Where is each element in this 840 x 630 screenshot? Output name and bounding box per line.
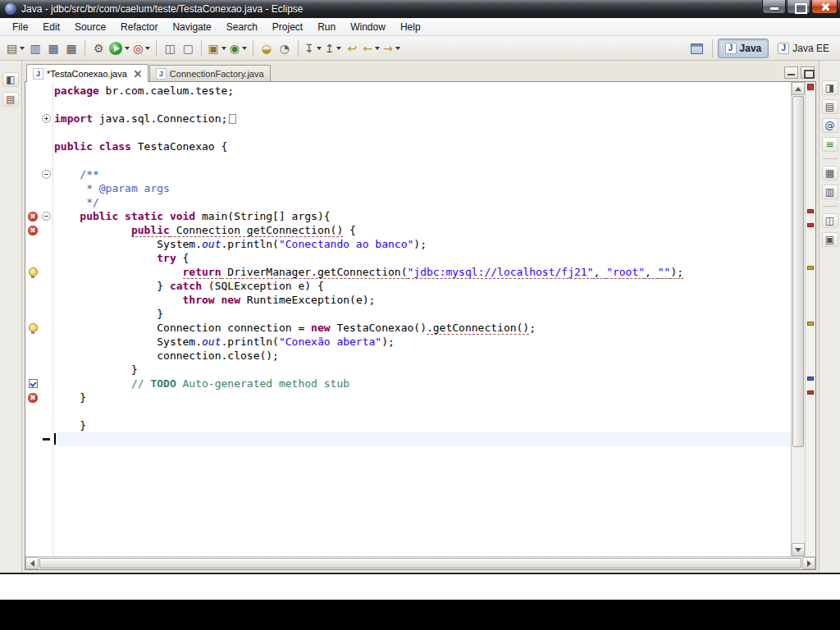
toolbar-save-all-button[interactable]: ▩ xyxy=(44,39,62,58)
toolbar-new-wizard-button[interactable]: ▤ xyxy=(5,39,26,58)
code-text[interactable]: public static void main(String[] args){ xyxy=(52,209,331,223)
toolbar-external-tools-button[interactable]: ⚙ xyxy=(89,39,107,58)
toolbar-prev-annotation-button[interactable]: ↥ xyxy=(323,39,344,58)
menu-item-edit[interactable]: Edit xyxy=(35,19,67,35)
code-text[interactable]: public class TestaConexao { xyxy=(52,139,227,153)
call-hierarchy-view-icon[interactable]: ▣ xyxy=(822,232,838,247)
code-line-1[interactable]: package br.com.caelum.teste; xyxy=(25,84,791,98)
code-line-21[interactable]: } xyxy=(25,363,791,377)
code-text[interactable]: import java.sql.Connection; xyxy=(52,112,236,126)
code-text[interactable]: package br.com.caelum.teste; xyxy=(52,84,234,98)
toolbar-save-button[interactable]: ▥ xyxy=(26,39,44,58)
type-hierarchy-view-icon[interactable]: ◫ xyxy=(822,213,838,228)
minimize-window-button[interactable] xyxy=(762,0,786,14)
javadoc-view-icon[interactable]: @ xyxy=(822,118,838,133)
toolbar-run-button[interactable] xyxy=(107,39,131,58)
menu-item-refactor[interactable]: Refactor xyxy=(113,19,165,35)
vertical-scroll-thumb[interactable] xyxy=(792,96,804,447)
code-text[interactable]: /** xyxy=(52,167,99,181)
dropdown-arrow-icon[interactable] xyxy=(20,47,25,50)
code-line-18[interactable]: Connection connection = new TestaConexao… xyxy=(25,321,791,335)
code-text[interactable] xyxy=(52,432,791,446)
code-text[interactable]: System.out.println("Conectando ao banco"… xyxy=(52,237,427,251)
code-text[interactable]: connection.close(); xyxy=(52,349,279,363)
code-line-22[interactable]: // TODO Auto-generated method stub xyxy=(25,377,791,390)
horizontal-scroll-thumb[interactable] xyxy=(39,558,801,568)
code-text[interactable]: return DriverManager.getConnection("jdbc… xyxy=(52,265,683,279)
toolbar-open-task-button[interactable]: ◔ xyxy=(276,39,294,58)
dropdown-arrow-icon[interactable] xyxy=(336,47,341,50)
menu-item-source[interactable]: Source xyxy=(67,19,113,35)
restore-right-views-icon[interactable]: ◨ xyxy=(822,80,838,95)
overview-marker[interactable] xyxy=(807,390,814,395)
code-line-25[interactable]: } xyxy=(25,418,791,432)
code-text[interactable]: */ xyxy=(52,195,99,209)
dropdown-arrow-icon[interactable] xyxy=(242,47,247,50)
code-text[interactable]: } xyxy=(52,363,138,377)
collapsed-region-icon[interactable] xyxy=(229,114,236,124)
overview-marker[interactable] xyxy=(807,377,814,381)
restore-left-views-icon[interactable]: ◧ xyxy=(2,72,19,87)
dropdown-arrow-icon[interactable] xyxy=(317,47,322,50)
code-text[interactable]: public Connection getConnection() { xyxy=(52,223,356,237)
code-line-23[interactable]: } xyxy=(25,390,791,404)
code-line-12[interactable]: System.out.println("Conectando ao banco"… xyxy=(25,237,791,251)
menu-item-file[interactable]: File xyxy=(5,19,35,35)
toolbar-back-button[interactable]: ← xyxy=(361,39,381,58)
minimize-editor-button[interactable] xyxy=(784,66,798,79)
toolbar-print-button[interactable]: ▦ xyxy=(62,39,80,58)
error-indicator[interactable] xyxy=(807,84,814,90)
code-line-11[interactable]: public Connection getConnection() { xyxy=(25,223,791,237)
overview-marker[interactable] xyxy=(807,266,814,270)
toolbar-coverage-button[interactable]: ◎ xyxy=(131,39,152,58)
code-line-14[interactable]: return DriverManager.getConnection("jdbc… xyxy=(25,265,791,279)
dropdown-arrow-icon[interactable] xyxy=(125,47,130,50)
perspective-java-button[interactable]: JJava xyxy=(718,39,769,58)
code-line-16[interactable]: throw new RuntimeException(e); xyxy=(25,293,791,307)
toolbar-new-class-button[interactable]: ◉ xyxy=(228,39,249,58)
toolbar-new-package-button[interactable]: ▣ xyxy=(206,39,227,58)
error-marker[interactable] xyxy=(25,212,40,221)
code-text[interactable]: System.out.println("Conexão aberta"); xyxy=(52,335,395,349)
menu-item-run[interactable]: Run xyxy=(310,19,343,35)
horizontal-scrollbar[interactable] xyxy=(25,556,815,569)
fold-minus-cell[interactable] xyxy=(40,170,52,179)
code-text[interactable]: Connection connection = new TestaConexao… xyxy=(52,321,536,335)
error-marker[interactable] xyxy=(25,393,40,403)
toolbar-new-java-project-button[interactable]: ◫ xyxy=(161,39,179,58)
code-text[interactable]: throw new RuntimeException(e); xyxy=(52,293,375,307)
code-line-5[interactable]: public class TestaConexao { xyxy=(25,139,791,153)
code-line-26[interactable] xyxy=(25,432,791,446)
editor-tab-inactive[interactable]: JConnectionFactory.java xyxy=(149,65,271,81)
code-line-7[interactable]: /** xyxy=(25,167,791,181)
package-explorer-view-icon[interactable]: ▤ xyxy=(822,99,838,114)
overview-marker[interactable] xyxy=(807,322,814,326)
bulb-marker[interactable] xyxy=(25,267,40,276)
maximize-window-button[interactable] xyxy=(787,0,810,14)
code-line-3[interactable]: import java.sql.Connection; xyxy=(25,112,791,126)
overview-marker[interactable] xyxy=(807,209,814,213)
code-text[interactable]: * @param args xyxy=(52,181,170,195)
code-line-9[interactable]: */ xyxy=(25,195,791,209)
dropdown-arrow-icon[interactable] xyxy=(395,47,400,50)
declaration-view-icon[interactable]: ≡ xyxy=(822,137,838,152)
code-line-15[interactable]: } catch (SQLException e) { xyxy=(25,279,791,293)
bulb-marker[interactable] xyxy=(25,323,40,332)
task-marker[interactable] xyxy=(25,379,40,388)
menu-item-project[interactable]: Project xyxy=(265,19,310,35)
dropdown-arrow-icon[interactable] xyxy=(375,47,380,50)
code-text[interactable]: try { xyxy=(52,251,189,265)
perspective-java-ee-button[interactable]: JJava EE xyxy=(770,39,837,58)
code-area[interactable]: package br.com.caelum.teste;import java.… xyxy=(25,82,791,556)
code-line-4[interactable] xyxy=(25,126,791,139)
code-text[interactable]: // TODO Auto-generated method stub xyxy=(52,377,349,390)
fold-minus-cell[interactable] xyxy=(40,212,52,221)
error-marker[interactable] xyxy=(25,226,40,235)
menu-item-navigate[interactable]: Navigate xyxy=(165,19,218,35)
dropdown-arrow-icon[interactable] xyxy=(145,47,150,50)
close-window-button[interactable] xyxy=(811,0,838,14)
code-text[interactable]: } catch (SQLException e) { xyxy=(52,279,324,293)
code-line-17[interactable]: } xyxy=(25,307,791,321)
code-text[interactable]: } xyxy=(52,418,86,432)
scroll-down-button[interactable] xyxy=(792,543,805,556)
